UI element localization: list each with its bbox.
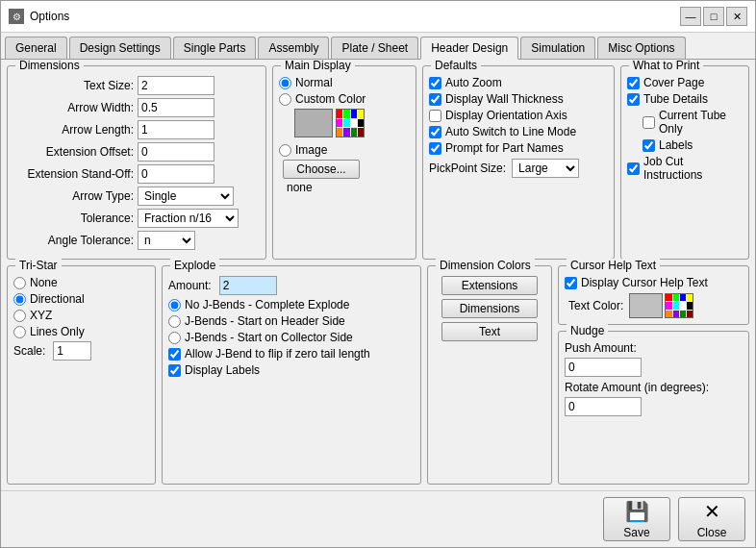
tristar-xyz-radio[interactable] — [13, 310, 26, 322]
tristar-directional-radio[interactable] — [13, 293, 26, 306]
title-controls: — □ ✕ — [680, 7, 747, 26]
cursor-help-title: Cursor Help Text — [567, 259, 660, 272]
amount-input[interactable] — [219, 276, 277, 295]
tab-plate-sheet[interactable]: Plate / Sheet — [331, 37, 418, 59]
auto-zoom-checkbox[interactable] — [429, 77, 441, 89]
tab-single-parts[interactable]: Single Parts — [173, 37, 257, 59]
display-labels-checkbox[interactable] — [168, 364, 181, 377]
tab-design-settings[interactable]: Design Settings — [69, 37, 171, 59]
close-icon: ✕ — [704, 500, 720, 523]
cover-page-checkbox[interactable] — [627, 77, 640, 89]
jbends-collector-label: J-Bends - Start on Collector Side — [185, 331, 353, 344]
angle-tolerance-select[interactable]: n 0.5 1 2 — [138, 231, 195, 250]
defaults-group: Defaults Auto Zoom Display Wall Thicknes… — [422, 65, 615, 260]
display-labels-label: Display Labels — [185, 363, 260, 377]
tab-general[interactable]: General — [5, 37, 67, 59]
jbends-header-row: J-Bends - Start on Header Side — [168, 314, 415, 328]
current-tube-only-checkbox[interactable] — [643, 116, 655, 129]
prompt-part-names-row: Prompt for Part Names — [429, 141, 608, 155]
no-jbends-radio[interactable] — [168, 299, 181, 311]
push-amount-input-row — [565, 358, 743, 377]
display-cursor-help-row: Display Cursor Help Text — [565, 276, 743, 289]
rotate-amount-label: Rotate Amount (in degrees): — [565, 381, 709, 394]
tab-header-design[interactable]: Header Design — [420, 37, 518, 60]
title-bar: ⚙ Options — □ ✕ — [1, 1, 755, 33]
cursor-color-preview[interactable] — [629, 293, 663, 318]
bottom-row: Tri-Star None Directional XYZ Lines Only — [7, 265, 749, 485]
labels-label: Labels — [659, 138, 693, 152]
labels-checkbox[interactable] — [643, 139, 655, 152]
extension-standoff-input[interactable] — [138, 164, 214, 184]
rotate-amount-input[interactable] — [565, 397, 642, 416]
tab-assembly[interactable]: Assembly — [258, 37, 329, 59]
choose-btn-area: Choose... none — [283, 160, 410, 194]
allow-jbend-row: Allow J-Bend to flip if zero tail length — [168, 347, 415, 361]
extension-standoff-row: Extension Stand-Off: — [13, 164, 260, 184]
maximize-button[interactable]: □ — [703, 7, 724, 26]
pickpoint-size-label: PickPoint Size: — [429, 162, 506, 175]
tristar-none-radio[interactable] — [13, 277, 26, 289]
job-cut-checkbox[interactable] — [627, 162, 640, 175]
text-color-row: Text Color: — [565, 293, 743, 318]
none-text: none — [287, 181, 410, 194]
custom-color-radio[interactable] — [279, 93, 291, 106]
jbends-collector-row: J-Bends - Start on Collector Side — [168, 331, 415, 344]
nudge-group: Nudge Push Amount: Rotate Amount (in deg… — [558, 331, 749, 485]
tab-misc-options[interactable]: Misc Options — [597, 37, 685, 59]
text-size-label: Text Size: — [13, 79, 134, 92]
pickpoint-size-select[interactable]: Small Medium Large — [512, 159, 579, 178]
tab-simulation[interactable]: Simulation — [520, 37, 595, 59]
save-label: Save — [623, 526, 649, 539]
choose-button[interactable]: Choose... — [283, 160, 360, 179]
push-amount-input[interactable] — [565, 358, 642, 377]
minimize-button[interactable]: — — [680, 7, 701, 26]
footer: 💾 Save ✕ Close — [1, 490, 755, 547]
tristar-lines-only-radio[interactable] — [13, 326, 26, 338]
extension-offset-input[interactable] — [138, 142, 214, 162]
prompt-part-names-checkbox[interactable] — [429, 142, 441, 155]
scale-row: Scale: — [13, 341, 149, 361]
tolerance-select[interactable]: Fraction n/16 Decimal None — [138, 209, 239, 228]
arrow-width-row: Arrow Width: — [13, 98, 260, 117]
defaults-title: Defaults — [431, 60, 481, 72]
text-button[interactable]: Text — [441, 322, 538, 341]
arrow-length-input[interactable] — [138, 120, 214, 139]
close-label: Close — [697, 526, 727, 539]
tristar-title: Tri-Star — [15, 259, 62, 272]
none-radio-row: None — [13, 276, 149, 289]
display-cursor-help-checkbox[interactable] — [565, 277, 577, 289]
scale-input[interactable] — [53, 341, 91, 361]
arrow-type-select[interactable]: Single Filled Open Tick — [138, 187, 234, 206]
allow-jbend-checkbox[interactable] — [168, 348, 181, 361]
image-radio-row: Image — [279, 143, 410, 157]
save-button[interactable]: 💾 Save — [603, 497, 670, 541]
auto-switch-checkbox[interactable] — [429, 126, 441, 138]
color-grid[interactable] — [336, 109, 365, 137]
auto-switch-label: Auto Switch to Line Mode — [445, 125, 576, 138]
cursor-color-grid[interactable] — [665, 293, 693, 318]
scale-label: Scale: — [13, 344, 45, 358]
arrow-width-input[interactable] — [138, 98, 214, 117]
display-orientation-label: Display Orientation Axis — [445, 109, 567, 122]
image-radio[interactable] — [279, 144, 291, 157]
text-size-row: Text Size: — [13, 76, 260, 95]
nudge-title: Nudge — [567, 324, 608, 337]
extensions-button[interactable]: Extensions — [441, 276, 538, 295]
options-window: ⚙ Options — □ ✕ General Design Settings … — [0, 0, 756, 548]
jbends-header-radio[interactable] — [168, 315, 181, 328]
xyz-radio-row: XYZ — [13, 309, 149, 322]
tristar-group: Tri-Star None Directional XYZ Lines Only — [7, 265, 156, 485]
amount-row: Amount: — [168, 276, 415, 295]
display-wall-checkbox[interactable] — [429, 93, 441, 106]
main-display-group: Main Display Normal Custom Color — [272, 65, 416, 260]
normal-radio[interactable] — [279, 77, 291, 89]
jbends-collector-radio[interactable] — [168, 332, 181, 344]
color-preview[interactable] — [294, 109, 333, 137]
cover-page-row: Cover Page — [627, 76, 743, 89]
display-orientation-checkbox[interactable] — [429, 110, 441, 122]
tube-details-checkbox[interactable] — [627, 93, 640, 106]
dimensions-button[interactable]: Dimensions — [441, 299, 538, 318]
close-button-footer[interactable]: ✕ Close — [678, 497, 745, 541]
close-button[interactable]: ✕ — [726, 7, 747, 26]
text-size-input[interactable] — [138, 76, 214, 95]
